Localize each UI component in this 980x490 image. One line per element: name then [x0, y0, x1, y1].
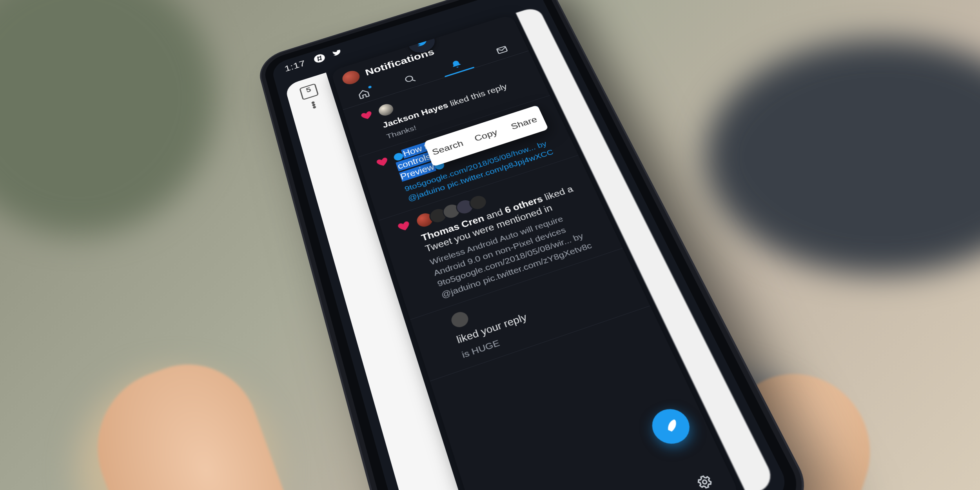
- user-avatar[interactable]: [376, 102, 396, 118]
- next-app-card-peek[interactable]: [516, 6, 777, 490]
- heart-icon: [375, 156, 390, 169]
- notification-body: is HUGE: [460, 290, 638, 361]
- notifications-feed: Jackson Hayes liked this reply Thanks!: [343, 51, 673, 433]
- status-time: 1:17: [283, 58, 307, 74]
- notification-item[interactable]: liked your reply is HUGE: [410, 248, 650, 381]
- svg-point-1: [405, 75, 414, 82]
- svg-point-0: [313, 53, 325, 63]
- bell-icon: [449, 58, 464, 70]
- svg-point-3: [702, 479, 708, 485]
- chrome-more-icon[interactable]: •••: [311, 101, 315, 109]
- home-icon: [356, 88, 371, 100]
- heart-icon: [396, 220, 412, 234]
- heart-icon: [359, 109, 374, 122]
- envelope-icon: [495, 44, 510, 56]
- twitter-bird-status-icon: [330, 48, 343, 59]
- user-avatar[interactable]: [448, 309, 471, 330]
- gear-icon[interactable]: [694, 472, 715, 490]
- profile-avatar[interactable]: [341, 69, 361, 86]
- feather-icon: [660, 416, 682, 436]
- memory-stats: 1167.8 MB: [485, 466, 731, 490]
- compose-tweet-fab[interactable]: [646, 404, 695, 449]
- search-icon: [403, 73, 417, 85]
- hash-icon: [313, 53, 326, 64]
- twitter-app-card[interactable]: Notifications: [330, 14, 741, 490]
- chrome-tab-count: 5: [305, 85, 312, 94]
- notification-title: liked your reply: [455, 276, 632, 347]
- home-badge-dot: [368, 85, 372, 89]
